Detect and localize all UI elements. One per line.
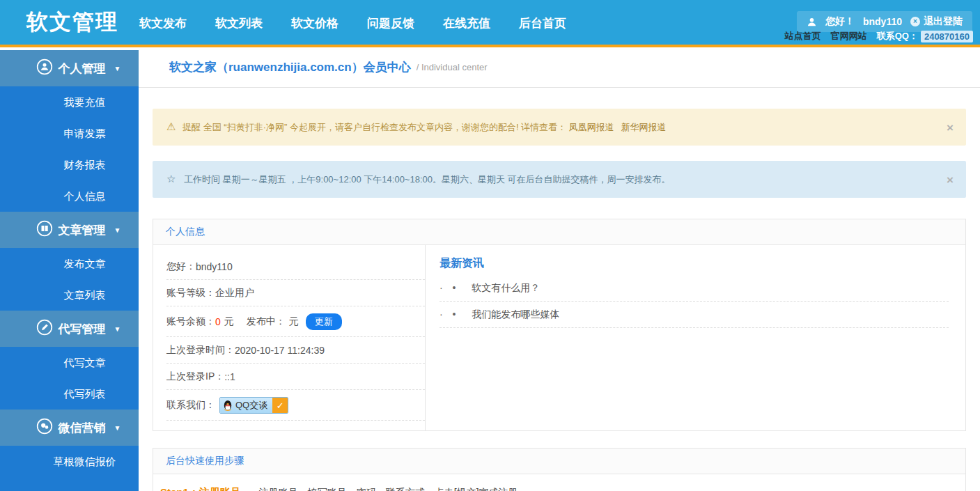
- step-1-label: Step1：注册账号: [160, 486, 241, 491]
- sidebar-item-personal-info[interactable]: 个人信息: [0, 180, 139, 212]
- last-ip-value: ::1: [224, 371, 235, 382]
- field-label: 联系我们：: [166, 399, 215, 412]
- sidebar-section-title: 文章管理: [59, 222, 106, 238]
- news-item-label: 我们能发布哪些媒体: [472, 309, 559, 320]
- user-greeting: 您好！: [825, 15, 855, 28]
- field-label: 您好：: [166, 260, 196, 273]
- last-login-value: 2020-10-17 11:24:39: [235, 345, 325, 356]
- logout-icon: ×: [910, 17, 920, 26]
- bullet-icon: · •: [440, 282, 459, 293]
- profile-fields: 您好： bndy110 账号等级： 企业用户 账号余额： 0 元 发布中： 元 …: [153, 245, 425, 430]
- field-balance: 账号余额： 0 元 发布中： 元 更新: [166, 306, 425, 337]
- step-1-row: Step1：注册账号 注册账号，填写账号、密码、联系方式，点击[提交]完成注册: [153, 474, 965, 491]
- nav-item-price[interactable]: 软文价格: [291, 15, 339, 31]
- user-pill: 您好！ bndy110 × 退出登陆: [797, 11, 972, 32]
- warning-alert: ⚠ 提醒 全国 “扫黄打非·净网” 今起展开，请客户自行检查发布文章内容，谢谢您…: [153, 109, 966, 146]
- quick-steps-panel: 后台快速使用步骤 Step1：注册账号 注册账号，填写账号、密码、联系方式，点击…: [153, 448, 966, 491]
- star-icon: ☆: [166, 173, 176, 185]
- bullet-icon: · •: [440, 309, 459, 320]
- field-label: 账号等级：: [166, 287, 215, 299]
- profile-panel: 个人信息 您好： bndy110 账号等级： 企业用户 账号余额： 0 元: [153, 219, 966, 431]
- wechat-icon: [36, 418, 53, 438]
- field-label: 上次登录IP：: [166, 371, 224, 383]
- user-icon: [807, 17, 817, 27]
- sidebar: 个人管理 ▼ 我要充值 申请发票 财务报表 个人信息 文章管理 ▼ 发布文章 文…: [0, 50, 139, 491]
- balance-unit: 元: [224, 315, 234, 328]
- warning-link-ifeng[interactable]: 凤凰网报道: [569, 122, 614, 132]
- field-greeting: 您好： bndy110: [166, 254, 425, 280]
- shield-check-icon: ✓: [272, 398, 288, 413]
- warning-icon: ⚠: [166, 120, 176, 132]
- sidebar-item-ghostwrite-list[interactable]: 代写列表: [0, 378, 139, 410]
- qq-penguin-icon: [223, 400, 233, 411]
- top-links: 站点首页 官网网站 联系QQ： 240870160: [785, 30, 973, 42]
- sidebar-section-title: 代写管理: [59, 321, 106, 337]
- app-logo[interactable]: 软文管理: [26, 8, 118, 37]
- nav-item-publish[interactable]: 软文发布: [139, 15, 187, 31]
- sidebar-section-wechat[interactable]: 微信营销 ▼: [0, 410, 139, 446]
- nav-item-list[interactable]: 软文列表: [215, 15, 263, 31]
- breadcrumb: 软文之家（ruanwenzhijia.com.cn）会员中心 / Individ…: [139, 47, 980, 88]
- sidebar-section-title: 个人管理: [59, 61, 106, 77]
- sidebar-section-articles[interactable]: 文章管理 ▼: [0, 212, 139, 248]
- sidebar-item-grassroots-wechat-quote[interactable]: 草根微信报价: [0, 446, 139, 477]
- contact-qq-label: 联系QQ：: [877, 30, 918, 42]
- page-subtitle: / Individual center: [417, 62, 488, 72]
- publishing-unit: 元: [289, 315, 299, 328]
- nav-item-recharge[interactable]: 在线充值: [443, 15, 490, 31]
- content: ⚠ 提醒 全国 “扫黄打非·净网” 今起展开，请客户自行检查发布文章内容，谢谢您…: [139, 109, 980, 491]
- username: bndy110: [863, 16, 902, 27]
- nav-item-feedback[interactable]: 问题反馈: [367, 15, 414, 31]
- top-nav: 软文发布 软文列表 软文价格 问题反馈 在线充值 后台首页: [139, 15, 566, 31]
- chevron-down-icon: ▼: [114, 226, 121, 234]
- field-contact-us: 联系我们： QQ交谈 ✓: [166, 390, 425, 421]
- field-label: 上次登录时间：: [166, 344, 235, 357]
- page-title: 软文之家（ruanwenzhijia.com.cn）会员中心: [169, 59, 411, 75]
- news-title: 最新资讯: [440, 256, 949, 271]
- quick-steps-title: 后台快速使用步骤: [153, 449, 965, 474]
- chevron-down-icon: ▼: [114, 424, 121, 432]
- profile-panel-title: 个人信息: [153, 219, 965, 245]
- official-site-link[interactable]: 官网网站: [831, 30, 867, 42]
- warning-text: 提醒 全国 “扫黄打非·净网” 今起展开，请客户自行检查发布文章内容，谢谢您的配…: [182, 122, 566, 132]
- writing-icon: [36, 319, 53, 339]
- sidebar-section-title: 微信营销: [59, 420, 106, 436]
- step-1-text: 注册账号，填写账号、密码、联系方式，点击[提交]完成注册: [259, 487, 518, 491]
- chevron-down-icon: ▼: [114, 65, 121, 72]
- field-label: 账号余额：: [166, 315, 215, 328]
- sidebar-item-finance-report[interactable]: 财务报表: [0, 149, 139, 180]
- field-last-login-ip: 上次登录IP： ::1: [166, 364, 425, 390]
- publishing-label: 发布中：: [247, 315, 286, 328]
- contact-qq-number[interactable]: 240870160: [921, 31, 973, 42]
- qq-chat-button[interactable]: QQ交谈 ✓: [219, 397, 288, 414]
- person-icon: [36, 59, 53, 79]
- site-home-link[interactable]: 站点首页: [785, 30, 821, 42]
- update-button[interactable]: 更新: [306, 313, 342, 330]
- news-column: 最新资讯 · • 软文有什么用？ · • 我们能发布哪些媒体: [425, 245, 965, 430]
- article-icon: [36, 220, 53, 240]
- sidebar-item-ghostwrite-article[interactable]: 代写文章: [0, 347, 139, 378]
- news-item[interactable]: · • 我们能发布哪些媒体: [440, 302, 949, 328]
- field-value-username: bndy110: [196, 261, 233, 272]
- qq-chat-label: QQ交谈: [235, 399, 267, 412]
- sidebar-section-personal[interactable]: 个人管理 ▼: [0, 50, 139, 86]
- field-value-level: 企业用户: [215, 287, 254, 299]
- close-icon[interactable]: ×: [947, 173, 954, 185]
- field-last-login-time: 上次登录时间： 2020-10-17 11:24:39: [166, 337, 425, 364]
- sidebar-item-recharge[interactable]: 我要充值: [0, 86, 139, 118]
- warning-link-xinhua[interactable]: 新华网报道: [621, 122, 666, 132]
- sidebar-item-invoice[interactable]: 申请发票: [0, 118, 139, 149]
- logout-button[interactable]: × 退出登陆: [910, 15, 963, 28]
- balance-value: 0: [215, 316, 221, 327]
- info-text: 工作时间 星期一～星期五 ，上午9:00~12:00 下午14:00~18:00…: [184, 174, 671, 185]
- news-item[interactable]: · • 软文有什么用？: [440, 275, 949, 302]
- nav-item-backend-home[interactable]: 后台首页: [519, 15, 566, 31]
- chevron-down-icon: ▼: [114, 325, 121, 333]
- field-account-level: 账号等级： 企业用户: [166, 280, 425, 306]
- sidebar-item-publish-article[interactable]: 发布文章: [0, 248, 139, 279]
- sidebar-section-ghostwriting[interactable]: 代写管理 ▼: [0, 311, 139, 347]
- logout-label: 退出登陆: [924, 15, 963, 28]
- close-icon[interactable]: ×: [947, 121, 954, 133]
- news-item-label: 软文有什么用？: [472, 282, 540, 293]
- sidebar-item-article-list[interactable]: 文章列表: [0, 279, 139, 311]
